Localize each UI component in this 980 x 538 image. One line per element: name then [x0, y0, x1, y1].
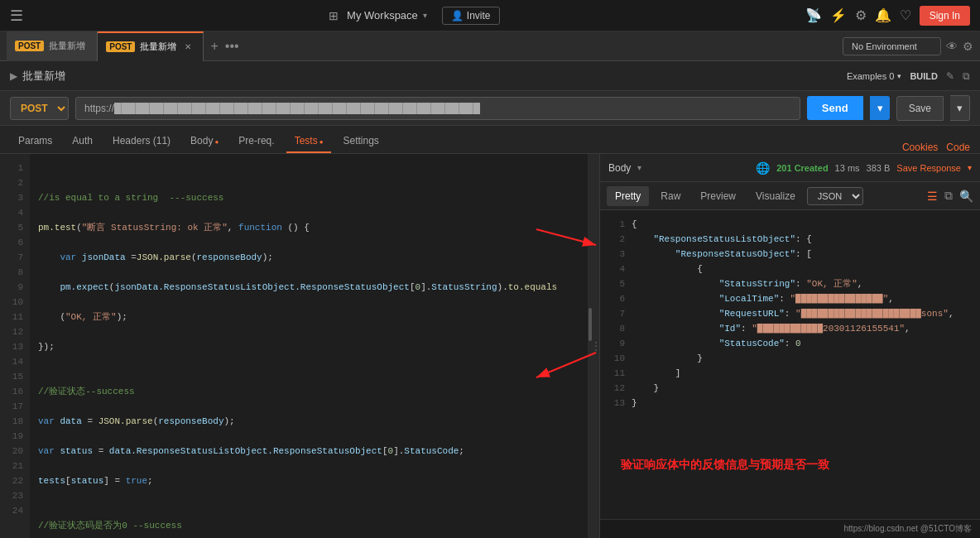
url-input[interactable] [75, 97, 800, 120]
add-tab-icon[interactable]: + [210, 39, 218, 54]
json-format-select[interactable]: JSON [807, 187, 863, 205]
line-numbers: 12345 678910 1112131415 1617181920 21222… [0, 154, 30, 538]
tab-headers[interactable]: Headers (11) [104, 130, 179, 153]
request-tabs: Params Auth Headers (11) Body● Pre-req. … [0, 126, 980, 154]
eye-icon[interactable]: 👁 [946, 40, 958, 53]
env-settings-icon[interactable]: ⚙ [963, 40, 973, 53]
menu-icon[interactable]: ☰ [10, 7, 23, 25]
response-time: 13 ms [835, 163, 860, 173]
response-panel: Body ▾ 🌐 201 Created 13 ms 383 B Save Re… [599, 154, 980, 538]
gear-icon[interactable]: ⚙ [855, 7, 867, 23]
response-format-tabs: Pretty Raw Preview Visualize JSON ☰ ⧉ 🔍 [600, 182, 980, 210]
response-json[interactable]: 12345 678910 111213 { "ResponseStatusLis… [600, 210, 980, 519]
url-bar: POST Send ▾ Save ▾ [0, 91, 980, 126]
examples-button[interactable]: Examples 0 ▾ [847, 71, 901, 81]
more-tabs-icon[interactable]: ••• [225, 39, 239, 54]
tab-params[interactable]: Params [10, 130, 60, 153]
tab-label-active: 批量新增 [140, 41, 176, 53]
body-label: Body [608, 162, 631, 174]
save-button[interactable]: Save [896, 96, 944, 121]
code-content[interactable]: //is equal to a string ---success pm.tes… [30, 154, 588, 538]
response-header: Body ▾ 🌐 201 Created 13 ms 383 B Save Re… [600, 154, 980, 182]
code-editor-panel: 12345 678910 1112131415 1617181920 21222… [0, 154, 593, 538]
collapse-arrow[interactable]: ▶ [10, 70, 17, 82]
tests-dot: ● [319, 138, 324, 146]
format-tab-raw[interactable]: Raw [652, 186, 689, 206]
body-dot: ● [214, 138, 219, 146]
grid-icon: ⊞ [329, 9, 339, 22]
save-resp-arrow[interactable]: ▾ [968, 163, 972, 172]
format-tab-preview[interactable]: Preview [692, 186, 744, 206]
bell-icon[interactable]: 🔔 [875, 7, 891, 23]
tab-1[interactable]: POST 批量新增 [7, 31, 98, 61]
footer-link: https://blog.csdn.net @51CTO博客 [844, 523, 972, 535]
main-content: 12345 678910 1112131415 1617181920 21222… [0, 154, 980, 538]
method-badge-active: POST [106, 41, 135, 52]
edit-icon[interactable]: ✎ [946, 70, 954, 82]
tab-close-icon[interactable]: ✕ [185, 42, 191, 51]
save-response-button[interactable]: Save Response [896, 163, 961, 173]
tab-auth[interactable]: Auth [64, 130, 101, 153]
format-tab-visualize[interactable]: Visualize [747, 186, 804, 206]
status-badge: 201 Created [776, 163, 828, 173]
search-resp-icon[interactable]: 🔍 [959, 190, 973, 203]
examples-chevron: ▾ [897, 72, 901, 80]
response-status-bar: 🌐 201 Created 13 ms 383 B Save Response … [756, 161, 972, 175]
response-size: 383 B [867, 163, 891, 173]
copy-icon[interactable]: ⧉ [963, 70, 970, 82]
dropdown-arrow-body[interactable]: ▾ [637, 163, 641, 172]
panel-drag-handle[interactable] [593, 154, 599, 538]
save-dropdown[interactable]: ▾ [950, 95, 970, 121]
json-line-numbers: 12345 678910 111213 [608, 217, 632, 512]
tab-tests[interactable]: Tests● [286, 130, 332, 153]
send-dropdown[interactable]: ▾ [870, 96, 890, 120]
copy-resp-icon[interactable]: ⧉ [944, 189, 953, 203]
tab-prereq[interactable]: Pre-req. [230, 130, 282, 153]
satellite-icon[interactable]: 📡 [805, 7, 822, 23]
top-bar: ☰ ⊞ My Workspace ▾ 👤 Invite 📡 ⚡ ⚙ 🔔 ♡ Si… [0, 0, 980, 31]
list-icon[interactable]: ☰ [927, 190, 938, 203]
workspace-label[interactable]: My Workspace [347, 9, 418, 22]
format-tab-pretty[interactable]: Pretty [607, 186, 649, 206]
lightning-icon[interactable]: ⚡ [830, 7, 847, 23]
invite-button[interactable]: 👤 Invite [442, 7, 500, 25]
globe-icon: 🌐 [756, 161, 770, 175]
tab-label: 批量新增 [49, 40, 85, 52]
build-button[interactable]: BUILD [910, 71, 938, 81]
method-select[interactable]: POST [10, 97, 69, 120]
request-title: 批量新增 [22, 69, 65, 84]
json-body: { "ResponseStatusListObject": { "Respons… [632, 217, 972, 512]
request-title-bar: ▶ 批量新增 Examples 0 ▾ BUILD ✎ ⧉ [0, 61, 980, 91]
cookies-link[interactable]: Cookies [902, 142, 938, 153]
code-link[interactable]: Code [946, 142, 970, 153]
user-icon: 👤 [451, 10, 464, 22]
tab-bar: POST 批量新增 POST 批量新增 ✕ + ••• No Environme… [0, 31, 980, 61]
method-badge: POST [15, 41, 44, 51]
tab-body[interactable]: Body● [182, 130, 227, 153]
environment-selector[interactable]: No Environment [843, 37, 941, 55]
code-scrollbar[interactable] [588, 154, 593, 538]
workspace-chevron[interactable]: ▾ [423, 11, 427, 20]
sign-in-button[interactable]: Sign In [920, 6, 970, 26]
heart-icon[interactable]: ♡ [900, 7, 911, 23]
tab-settings[interactable]: Settings [334, 130, 387, 153]
tab-2-active[interactable]: POST 批量新增 ✕ [98, 31, 204, 61]
send-button[interactable]: Send [807, 96, 863, 120]
